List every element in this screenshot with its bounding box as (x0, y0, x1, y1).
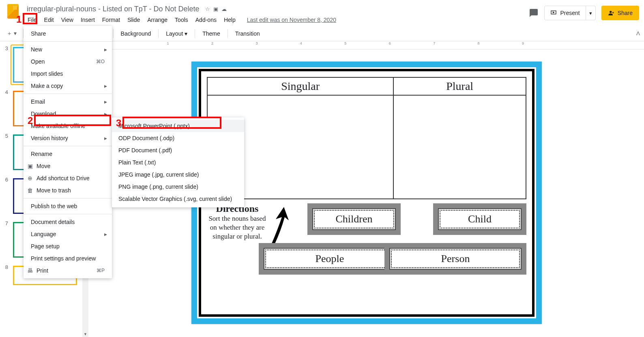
menu-edit[interactable]: Edit (41, 15, 57, 25)
share-label: Share (618, 10, 633, 16)
horizontal-ruler: 1 2 3 4 5 6 7 8 9 (89, 41, 644, 49)
drive-shortcut-icon: ⊕ (25, 175, 35, 181)
menu-print-settings[interactable]: Print settings and preview (24, 252, 112, 264)
menu-addons[interactable]: Add-ons (192, 15, 220, 25)
annotation-number-3: 3 (116, 117, 121, 129)
menu-move[interactable]: ▣Move (24, 160, 112, 172)
annotation-number-2: 2 (28, 115, 33, 126)
menu-page-setup[interactable]: Page setup (24, 240, 112, 252)
menu-publish-web[interactable]: Publish to the web (24, 200, 112, 212)
comments-icon[interactable] (529, 8, 539, 18)
directions-body: Sort the nouns based on whether they are… (207, 214, 268, 241)
menu-print[interactable]: 🖶Print⌘P (24, 264, 112, 277)
present-dropdown[interactable]: ▾ (586, 6, 595, 20)
share-button[interactable]: Share (601, 6, 639, 20)
scroll-down-icon[interactable]: ▼ (82, 331, 88, 337)
menu-doc-details[interactable]: Document details (24, 216, 112, 228)
menu-language[interactable]: Language (24, 228, 112, 240)
person-add-icon (608, 10, 614, 16)
present-label: Present (560, 10, 580, 16)
menu-insert[interactable]: Insert (77, 15, 98, 25)
column-header-plural: Plural (393, 77, 526, 95)
menu-available-offline[interactable]: Make available offline (24, 120, 112, 132)
download-submenu: Microsoft PowerPoint (.pptx) ODP Documen… (112, 117, 244, 207)
menu-rename[interactable]: Rename (24, 148, 112, 160)
file-menu-dropdown: Share New Open⌘O Import slides Make a co… (24, 26, 112, 278)
word-card-children[interactable]: Children (307, 203, 401, 235)
present-button[interactable]: Present (545, 6, 585, 20)
menu-help[interactable]: Help (221, 15, 239, 25)
print-icon: 🖶 (25, 267, 35, 274)
menu-open[interactable]: Open⌘O (24, 55, 112, 68)
menu-import-slides[interactable]: Import slides (24, 68, 112, 80)
plural-drop-zone[interactable] (393, 95, 526, 199)
menubar: File Edit View Insert Format Slide Arran… (24, 15, 529, 25)
slide-number: 3 (3, 45, 11, 85)
transition-button[interactable]: Transition (232, 28, 263, 39)
word-card-people[interactable]: People (259, 243, 401, 275)
sort-table: Singular Plural (207, 77, 526, 199)
word-card-person[interactable]: Person (384, 243, 526, 275)
download-png[interactable]: PNG image (.png, current slide) (112, 181, 244, 193)
svg-point-2 (610, 11, 612, 13)
menu-email[interactable]: Email (24, 96, 112, 108)
menu-view[interactable]: View (58, 15, 77, 25)
download-svg[interactable]: Scalable Vector Graphics (.svg, current … (112, 193, 244, 205)
theme-button[interactable]: Theme (199, 28, 223, 39)
trash-icon: 🗑 (25, 187, 35, 194)
menu-version-history[interactable]: Version history (24, 132, 112, 144)
menu-move-trash[interactable]: 🗑Move to trash (24, 184, 112, 196)
menu-add-shortcut[interactable]: ⊕Add shortcut to Drive (24, 172, 112, 184)
download-odp[interactable]: ODP Document (.odp) (112, 132, 244, 144)
annotation-number-1: 1 (16, 14, 21, 25)
menu-make-copy[interactable]: Make a copy (24, 80, 112, 92)
svg-marker-1 (553, 12, 554, 13)
collapse-toolbar-icon[interactable]: ᐱ (636, 30, 640, 36)
slide-number: 8 (3, 263, 11, 288)
menu-download[interactable]: Download (24, 108, 112, 120)
folder-move-icon: ▣ (25, 163, 35, 169)
menu-format[interactable]: Format (99, 15, 123, 25)
slide-number: 7 (3, 220, 11, 260)
menu-file[interactable]: File (24, 15, 40, 25)
slide-number: 6 (3, 176, 11, 216)
cloud-status-icon: ☁ (221, 6, 227, 12)
slide-number: 5 (3, 132, 11, 173)
download-pdf[interactable]: PDF Document (.pdf) (112, 144, 244, 156)
move-folder-icon[interactable]: ▣ (213, 6, 218, 12)
word-card-child[interactable]: Child (433, 203, 526, 235)
download-txt[interactable]: Plain Text (.txt) (112, 156, 244, 168)
download-pptx[interactable]: Microsoft PowerPoint (.pptx) (112, 120, 244, 132)
present-icon (550, 10, 557, 16)
background-button[interactable]: Background (118, 28, 155, 39)
layout-button[interactable]: Layout ▾ (163, 28, 191, 39)
slide-number: 4 (3, 88, 11, 129)
column-header-singular: Singular (207, 77, 393, 95)
menu-new[interactable]: New (24, 43, 112, 55)
last-edit-info[interactable]: Last edit was on November 8, 2020 (247, 17, 336, 23)
new-slide-button[interactable]: ＋ ▾ (4, 28, 19, 39)
menu-tools[interactable]: Tools (172, 15, 191, 25)
doc-title[interactable]: irregular-plural-nouns - Listed on TpT -… (24, 4, 202, 14)
menu-share[interactable]: Share (24, 28, 112, 40)
arrow-icon (268, 203, 296, 247)
star-icon[interactable]: ☆ (205, 6, 210, 12)
menu-arrange[interactable]: Arrange (144, 15, 171, 25)
download-jpg[interactable]: JPEG image (.jpg, current slide) (112, 168, 244, 181)
menu-slide[interactable]: Slide (124, 15, 143, 25)
